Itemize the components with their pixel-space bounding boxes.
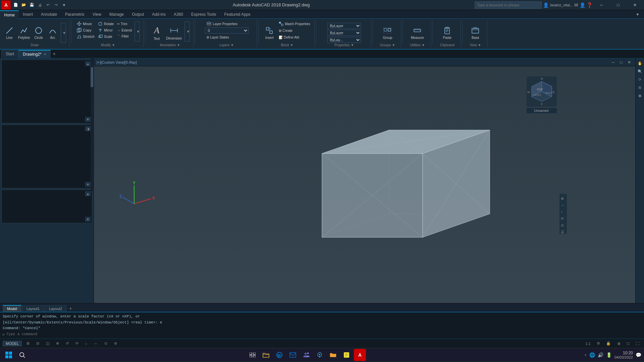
tab-drawing2[interactable]: Drawing2* ✕ — [18, 50, 50, 58]
edge-btn[interactable] — [273, 349, 285, 361]
tab-expresstools[interactable]: Express Tools — [187, 10, 220, 19]
battery-icon[interactable]: 🔋 — [606, 352, 612, 358]
rtool-zoom-btn[interactable]: 🔍 — [636, 68, 644, 75]
draw-more-btn[interactable]: ▼ — [61, 23, 66, 43]
line-btn[interactable]: Line — [3, 21, 16, 45]
color-select[interactable]: ByLayer — [327, 23, 361, 29]
viewport-minimize-btn[interactable]: ─ — [610, 59, 616, 66]
mirror-btn[interactable]: Mirror — [97, 27, 115, 33]
clock[interactable]: 10:20 04/03/2022 — [614, 351, 633, 359]
rotate-btn[interactable]: Rotate — [97, 21, 115, 27]
tab-manage[interactable]: Manage — [105, 10, 128, 19]
fullscreen-btn[interactable]: ⛶ — [634, 341, 641, 346]
panel-scroll-up-3[interactable]: ▲ — [85, 191, 91, 196]
rtool-pan-btn[interactable]: ✋ — [636, 60, 644, 67]
tab-model[interactable]: Model — [3, 305, 21, 312]
qat-dropdown-btn[interactable]: ▼ — [60, 1, 68, 9]
osnap-btn[interactable]: ↺ — [64, 341, 71, 346]
qprops-btn[interactable]: ⊙ — [102, 341, 109, 346]
sticky-notes-btn[interactable] — [340, 349, 353, 361]
viewport-close-btn[interactable]: ✕ — [626, 59, 633, 66]
modify-more-btn[interactable]: ▼ — [135, 21, 140, 42]
text-btn[interactable]: A Text — [150, 21, 163, 45]
tab-close-btn[interactable]: ✕ — [44, 52, 46, 56]
search-taskbar-btn[interactable] — [16, 349, 28, 361]
notification-icon[interactable]: 💬 — [636, 352, 641, 358]
extend-btn[interactable]: → Extend — [116, 27, 133, 33]
define-attr-btn[interactable]: 📝 Define Attr — [277, 34, 312, 40]
account-icon[interactable]: 👤 — [580, 2, 585, 8]
cmd-input[interactable] — [6, 332, 641, 336]
start-btn[interactable] — [3, 349, 15, 361]
layer-properties-btn[interactable]: Layer Properties — [205, 21, 249, 27]
polyline-btn[interactable]: Polyline — [17, 21, 31, 45]
panel-scroll-up-2[interactable]: ◑ — [85, 126, 91, 131]
grid-btn[interactable]: ⊞ — [24, 341, 32, 346]
lineweight-select[interactable]: ByLay... — [327, 37, 361, 43]
measure-btn[interactable]: Measure — [410, 21, 425, 45]
close-btn[interactable]: ✕ — [627, 0, 643, 10]
undo-btn[interactable]: ↩ — [44, 1, 52, 9]
isolation-btn[interactable]: ◻ — [625, 341, 632, 346]
insert-btn[interactable]: Insert — [263, 21, 276, 45]
explorer-btn[interactable] — [260, 349, 272, 361]
annotation-scale-btn[interactable]: 1:1 — [584, 341, 593, 346]
redo-btn[interactable]: ↪ — [52, 1, 60, 9]
open-file-btn[interactable]: 📂 — [20, 1, 28, 9]
copy-btn[interactable]: Copy — [75, 27, 96, 33]
new-file-btn[interactable]: 📄 — [12, 1, 19, 9]
mail-icon[interactable]: ✉ — [574, 2, 578, 8]
maximize-btn[interactable]: □ — [610, 0, 626, 10]
layer-dropdown[interactable]: 0 — [205, 27, 249, 34]
tab-layout2[interactable]: Layout2 — [45, 305, 66, 312]
panel-scroll-up-1[interactable]: ▲ — [85, 61, 91, 66]
sel-cycling-btn[interactable]: ⊚ — [112, 341, 119, 346]
trim-btn[interactable]: ✂ Trim — [116, 21, 133, 27]
help-icon[interactable]: ❓ — [587, 2, 592, 8]
base-btn[interactable]: Base — [469, 21, 482, 45]
taskview-btn[interactable] — [247, 349, 259, 361]
ribbon-options-btn[interactable]: ▼ — [634, 11, 641, 18]
left-panel-scrollbar[interactable] — [91, 58, 93, 191]
print-btn[interactable]: 🖨 — [36, 1, 44, 9]
nav-wheel[interactable]: ⊕ ↔ ↕ ⟳ ⊙ ☰ — [559, 194, 567, 234]
save-btn[interactable]: 💾 — [28, 1, 36, 9]
lineweight-btn[interactable]: ↕ — [83, 341, 89, 346]
paste-btn[interactable]: Paste — [440, 21, 454, 45]
snap-btn[interactable]: ⊟ — [34, 341, 41, 346]
layer-state-btn[interactable]: ⚙ Layer States — [205, 34, 249, 40]
model-space-btn[interactable]: MODEL — [3, 341, 22, 346]
mail-taskbar-btn[interactable] — [287, 349, 299, 361]
ortho-btn[interactable]: ◫ — [44, 341, 51, 346]
lock-viewport-btn[interactable]: 🔒 — [604, 341, 613, 346]
tab-home[interactable]: Home — [0, 10, 19, 19]
maps-btn[interactable] — [314, 349, 326, 361]
viewport[interactable]: [+][Custom View][X-Ray] ─ □ ✕ X Y Z — [94, 58, 635, 303]
viewport-maximize-btn[interactable]: □ — [618, 59, 625, 66]
add-layout-btn[interactable]: + — [67, 305, 74, 312]
viewport-canvas[interactable]: X Y Z — [94, 66, 635, 303]
otrack-btn[interactable]: ⟳ — [73, 341, 80, 346]
teams-btn[interactable] — [300, 349, 312, 361]
rtool-extents-btn[interactable]: ⊞ — [636, 84, 644, 91]
panel-scroll-down-1[interactable]: ▼ — [85, 117, 91, 122]
tab-view[interactable]: View — [89, 10, 105, 19]
match-properties-btn[interactable]: Match Properties — [277, 21, 312, 27]
search-input[interactable] — [475, 1, 542, 9]
move-btn[interactable]: Move — [75, 21, 96, 27]
rtool-orbit-btn[interactable]: ⟳ — [636, 76, 644, 83]
tab-parametric[interactable]: Parametric — [61, 10, 89, 19]
tab-featuredapps[interactable]: Featured Apps — [220, 10, 255, 19]
annotation-more-btn[interactable]: ▼ — [184, 21, 190, 42]
minimize-btn[interactable]: ─ — [594, 0, 609, 10]
add-doc-tab-btn[interactable]: + — [51, 50, 58, 58]
polar-btn[interactable]: ⊕ — [54, 341, 61, 346]
panel-scroll-down-3[interactable]: ▼ — [85, 217, 91, 222]
tab-a360[interactable]: A360 — [170, 10, 187, 19]
tab-output[interactable]: Output — [128, 10, 148, 19]
tpmode-btn[interactable]: ↔ — [92, 341, 100, 346]
tab-start[interactable]: Start — [1, 50, 18, 58]
viewcube[interactable]: TOP FRONT RIGHT S N W E Unnamed — [527, 76, 557, 113]
autocad-logo[interactable]: A — [1, 0, 11, 10]
tab-insert[interactable]: Insert — [19, 10, 37, 19]
